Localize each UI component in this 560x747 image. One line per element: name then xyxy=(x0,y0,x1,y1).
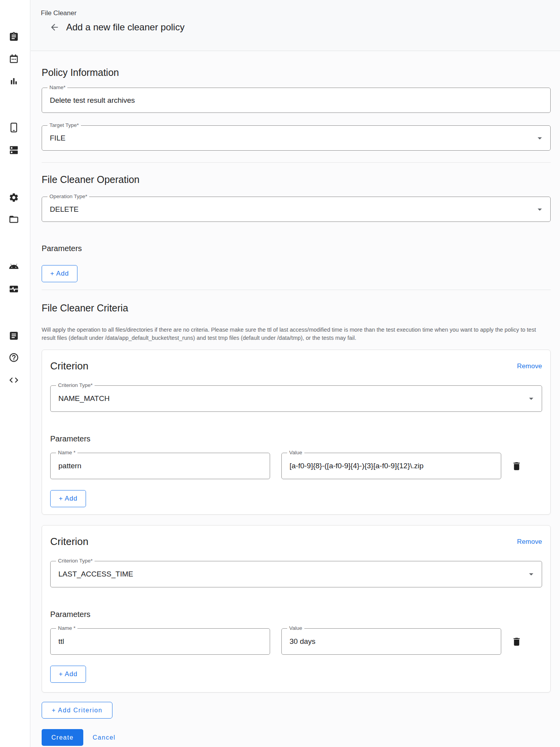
article-icon xyxy=(9,330,19,341)
cancel-button[interactable]: Cancel xyxy=(88,729,120,746)
target-type-select[interactable]: Target Type* FILE xyxy=(42,125,551,151)
dropdown-arrow-icon xyxy=(526,569,536,579)
sidebar-item-notes[interactable] xyxy=(6,328,21,343)
settings-icon xyxy=(9,192,19,203)
field-label: Target Type* xyxy=(49,122,79,128)
policy-form: Policy Information Name* Target Type* FI… xyxy=(31,51,560,747)
delete-parameter-button[interactable] xyxy=(511,636,522,647)
back-button[interactable] xyxy=(49,22,60,32)
dns-icon xyxy=(9,145,19,155)
criterion-type-select[interactable]: Criterion Type* LAST_ACCESS_TIME xyxy=(50,561,542,587)
help-icon xyxy=(9,352,19,363)
criterion-title: Criterion xyxy=(50,535,88,548)
operation-type-select[interactable]: Operation Type* DELETE xyxy=(42,197,551,222)
criterion-type-value: LAST_ACCESS_TIME xyxy=(58,570,133,578)
criteria-description: Will apply the operation to all files/di… xyxy=(42,326,551,342)
criterion-card: Criterion Remove Criterion Type* NAME_MA… xyxy=(42,350,551,515)
dropdown-arrow-icon xyxy=(526,394,536,404)
section-heading-policy-information: Policy Information xyxy=(42,66,551,79)
policy-name-field: Name* xyxy=(42,88,551,113)
sidebar-item-settings[interactable] xyxy=(6,190,21,205)
parameter-name-input[interactable] xyxy=(50,453,270,479)
sidebar-item-storage-health[interactable] xyxy=(6,281,21,296)
operation-parameters-heading: Parameters xyxy=(42,243,551,254)
add-criterion-button[interactable]: + Add Criterion xyxy=(42,702,112,719)
criterion-type-select[interactable]: Criterion Type* NAME_MATCH xyxy=(50,385,542,412)
sidebar-item-android[interactable] xyxy=(6,259,21,274)
criterion-parameters-heading: Parameters xyxy=(50,609,542,620)
sidebar-item-assignment[interactable] xyxy=(6,29,21,44)
criterion-parameters-heading: Parameters xyxy=(50,434,542,444)
code-icon xyxy=(9,375,19,385)
parameter-name-field: Name * xyxy=(50,628,270,655)
parameter-name-input[interactable] xyxy=(50,628,270,655)
sidebar-item-calendar[interactable] xyxy=(6,51,21,66)
page-title: Add a new file cleaner policy xyxy=(66,22,184,33)
section-heading-operation: File Cleaner Operation xyxy=(42,173,551,186)
folder-icon xyxy=(9,214,19,225)
sidebar-item-hosts[interactable] xyxy=(6,142,21,157)
sidebar xyxy=(0,0,30,747)
criterion-title: Criterion xyxy=(50,359,88,373)
bar-chart-icon xyxy=(9,76,19,86)
sidebar-item-help[interactable] xyxy=(6,350,21,365)
app-title: File Cleaner xyxy=(41,9,77,17)
parameter-value-field: Value xyxy=(281,453,501,479)
delete-parameter-button[interactable] xyxy=(511,461,522,471)
add-criterion-parameter-button[interactable]: + Add xyxy=(50,490,86,507)
android-icon xyxy=(9,261,19,272)
field-label: Operation Type* xyxy=(49,193,87,199)
parameter-name-field: Name * xyxy=(50,453,270,479)
field-label: Criterion Type* xyxy=(58,382,93,388)
section-heading-criteria: File Cleaner Criteria xyxy=(42,302,551,315)
smartphone-icon xyxy=(9,122,19,133)
parameter-value-field: Value xyxy=(281,628,501,655)
parameter-value-input[interactable] xyxy=(281,453,501,479)
trash-icon xyxy=(511,461,522,471)
operation-type-value: DELETE xyxy=(50,205,79,214)
trash-icon xyxy=(511,636,522,647)
assignment-icon xyxy=(9,32,19,42)
target-type-value: FILE xyxy=(50,134,65,142)
page-header: File Cleaner Add a new file cleaner poli… xyxy=(31,0,560,51)
remove-criterion-button[interactable]: Remove xyxy=(517,362,542,370)
add-operation-parameter-button[interactable]: + Add xyxy=(42,265,77,282)
dropdown-arrow-icon xyxy=(535,133,545,143)
add-criterion-parameter-button[interactable]: + Add xyxy=(50,666,86,683)
sidebar-item-code[interactable] xyxy=(6,373,21,387)
storage-health-icon xyxy=(9,284,19,294)
create-button[interactable]: Create xyxy=(42,729,83,746)
arrow-back-icon xyxy=(49,22,60,32)
section-divider xyxy=(42,290,551,290)
parameter-value-input[interactable] xyxy=(281,628,501,655)
criterion-type-value: NAME_MATCH xyxy=(58,394,110,403)
dropdown-arrow-icon xyxy=(535,204,545,214)
field-label: Criterion Type* xyxy=(58,558,93,564)
parameter-row: Name * Value xyxy=(50,453,542,479)
parameter-row: Name * Value xyxy=(50,628,542,655)
remove-criterion-button[interactable]: Remove xyxy=(517,538,542,546)
form-actions: Create Cancel xyxy=(42,729,551,746)
calendar-icon xyxy=(9,54,19,64)
criterion-card: Criterion Remove Criterion Type* LAST_AC… xyxy=(42,525,551,693)
sidebar-item-reports[interactable] xyxy=(6,74,21,88)
sidebar-item-devices[interactable] xyxy=(6,120,21,135)
policy-name-input[interactable] xyxy=(42,88,551,113)
section-divider xyxy=(42,162,551,163)
sidebar-item-files[interactable] xyxy=(6,212,21,227)
